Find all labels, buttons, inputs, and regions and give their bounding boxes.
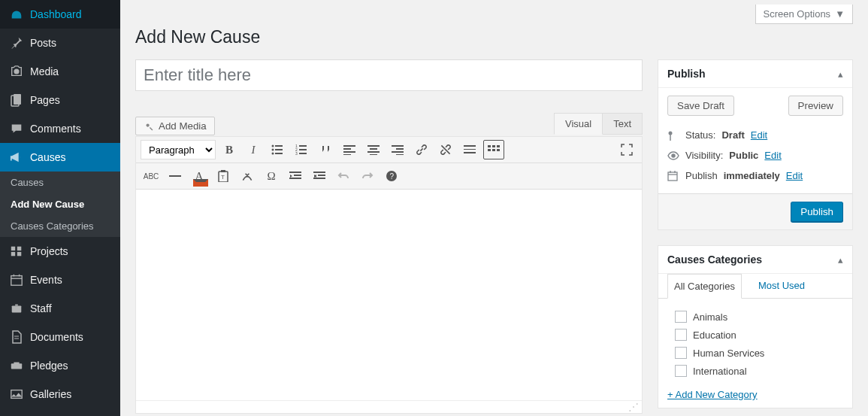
schedule-label: Publish <box>685 170 718 181</box>
help-button[interactable]: ? <box>381 166 402 186</box>
align-right-button[interactable] <box>387 140 408 159</box>
italic-button[interactable]: I <box>243 140 264 159</box>
categories-collapse-toggle[interactable]: ▴ <box>838 254 843 266</box>
category-checkbox[interactable] <box>675 347 687 359</box>
media-icon-small <box>144 121 154 132</box>
publish-button[interactable]: Publish <box>791 202 843 222</box>
visibility-label: Visibility: <box>685 150 723 161</box>
tab-most-used[interactable]: Most Used <box>752 274 811 298</box>
add-media-button[interactable]: Add Media <box>135 117 215 135</box>
sidebar-item-posts[interactable]: Posts <box>0 29 120 57</box>
category-checkbox[interactable] <box>675 311 687 323</box>
svg-point-18 <box>147 123 150 126</box>
schedule-edit-link[interactable]: Edit <box>786 170 803 181</box>
svg-rect-22 <box>275 149 283 150</box>
category-item[interactable]: Human Services <box>675 344 843 362</box>
pages-icon <box>9 93 24 108</box>
visibility-edit-link[interactable]: Edit <box>764 150 781 161</box>
add-media-label: Add Media <box>159 120 207 132</box>
tab-all-categories[interactable]: All Categories <box>667 274 742 299</box>
svg-rect-26 <box>299 145 307 147</box>
svg-rect-56 <box>289 172 301 173</box>
undo-button[interactable] <box>333 166 354 186</box>
post-title-input[interactable] <box>135 59 643 91</box>
sidebar-item-media[interactable]: Media <box>0 57 120 86</box>
svg-rect-41 <box>392 151 404 153</box>
sidebar-item-events[interactable]: Events <box>0 266 120 294</box>
special-char-button[interactable]: Ω <box>261 166 282 186</box>
fullscreen-button[interactable] <box>616 140 637 159</box>
preview-button[interactable]: Preview <box>788 96 843 116</box>
editor-resize-handle[interactable]: ⋰ <box>136 400 642 413</box>
screen-options-button[interactable]: Screen Options ▼ <box>755 5 853 24</box>
category-item[interactable]: Animals <box>675 308 843 326</box>
schedule-value: immediately <box>724 170 780 181</box>
category-checkbox[interactable] <box>675 329 687 341</box>
category-label: Human Services <box>693 348 764 359</box>
sidebar-item-dashboard[interactable]: Dashboard <box>0 0 120 29</box>
status-edit-link[interactable]: Edit <box>751 129 767 141</box>
format-select[interactable]: Paragraph <box>141 140 216 159</box>
svg-text:3: 3 <box>295 151 298 155</box>
editor-content-area[interactable] <box>136 190 642 400</box>
svg-rect-6 <box>17 252 21 256</box>
sidebar-item-contact[interactable]: Contact <box>0 408 120 416</box>
sidebar-item-pledges[interactable]: Pledges <box>0 351 120 380</box>
sidebar-item-label: Galleries <box>30 388 111 400</box>
strikethrough-button[interactable]: ABC <box>141 166 162 186</box>
category-label: International <box>693 366 747 377</box>
svg-text:?: ? <box>390 172 395 181</box>
sidebar-item-galleries[interactable]: Galleries <box>0 380 120 408</box>
svg-rect-42 <box>396 154 404 155</box>
add-new-category-link[interactable]: + Add New Category <box>667 389 758 400</box>
outdent-button[interactable] <box>285 166 306 186</box>
category-item[interactable]: Education <box>675 326 843 344</box>
svg-rect-44 <box>464 149 476 150</box>
clear-formatting-button[interactable] <box>237 166 258 186</box>
status-value: Draft <box>721 129 744 141</box>
submenu-item-add-new-cause[interactable]: Add New Cause <box>0 193 120 215</box>
galleries-icon <box>9 387 24 402</box>
redo-button[interactable] <box>357 166 378 186</box>
unlink-button[interactable] <box>435 140 456 159</box>
blockquote-button[interactable] <box>315 140 336 159</box>
category-checkbox[interactable] <box>675 365 687 377</box>
sidebar-item-staff[interactable]: Staff <box>0 294 120 323</box>
paste-text-button[interactable]: T <box>213 166 234 186</box>
sidebar-item-documents[interactable]: Documents <box>0 323 120 351</box>
comments-icon <box>9 121 24 136</box>
text-color-button[interactable]: A <box>189 166 210 186</box>
save-draft-button[interactable]: Save Draft <box>667 96 734 116</box>
numbered-list-button[interactable]: 123 <box>291 140 312 159</box>
indent-button[interactable] <box>309 166 330 186</box>
sidebar-item-pages[interactable]: Pages <box>0 86 120 114</box>
bold-button[interactable]: B <box>219 140 240 159</box>
svg-point-19 <box>272 145 274 147</box>
sidebar-item-causes[interactable]: Causes <box>0 143 120 172</box>
submenu-item-causes[interactable]: Causes <box>0 172 120 193</box>
svg-rect-60 <box>318 175 325 176</box>
tab-visual[interactable]: Visual <box>554 113 603 135</box>
publish-collapse-toggle[interactable]: ▴ <box>838 68 843 80</box>
read-more-button[interactable] <box>459 140 480 159</box>
bullet-list-button[interactable] <box>267 140 288 159</box>
sidebar-item-comments[interactable]: Comments <box>0 114 120 143</box>
svg-rect-11 <box>12 305 22 312</box>
submenu-item-causes-categories[interactable]: Causes Categories <box>0 215 120 237</box>
link-button[interactable] <box>411 140 432 159</box>
tab-text[interactable]: Text <box>603 113 643 135</box>
svg-rect-35 <box>367 145 380 147</box>
editor-mode-tabs: Visual Text <box>554 113 643 135</box>
svg-rect-59 <box>313 172 325 173</box>
svg-point-23 <box>272 153 274 155</box>
svg-rect-52 <box>169 175 181 177</box>
categories-heading: Causes Categories <box>667 254 762 266</box>
toolbar-toggle-button[interactable] <box>483 140 504 159</box>
svg-rect-50 <box>492 149 495 151</box>
svg-rect-43 <box>464 145 476 147</box>
align-center-button[interactable] <box>363 140 384 159</box>
align-left-button[interactable] <box>339 140 360 159</box>
horizontal-rule-button[interactable] <box>165 166 186 186</box>
sidebar-item-projects[interactable]: Projects <box>0 237 120 266</box>
category-item[interactable]: International <box>675 362 843 380</box>
